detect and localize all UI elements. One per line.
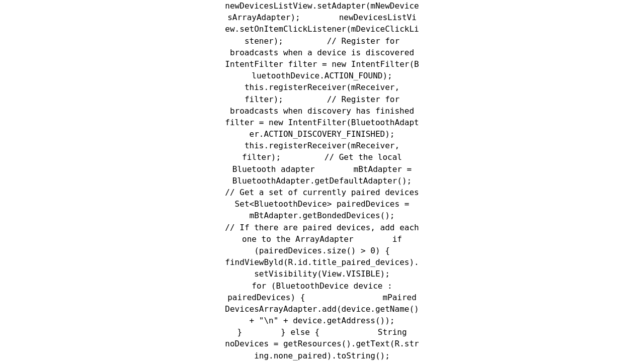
code-line: broadcasts when a device is discovered — [101, 47, 543, 58]
code-line: luetoothDevice.ACTION_FOUND); — [101, 70, 543, 81]
code-line: BluetoothAdapter.getDefaultAdapter(); — [101, 175, 543, 187]
code-line: findViewByld(R.id.title_paired_devices). — [101, 256, 543, 268]
code-line: broadcasts when discovery has finished — [101, 105, 543, 117]
code-line: + "\n" + device.getAddress()); — [101, 315, 543, 326]
code-line: filter = new IntentFilter(BluetoothAdapt — [101, 117, 543, 128]
code-line: for (BluetoothDevice device : — [101, 280, 543, 292]
code-line: Bluetooth adapter mBtAdapter = — [101, 163, 543, 175]
code-line: noDevices = getResources().getText(R.str — [101, 338, 543, 349]
code-line: ew.setOnItemClickListener(mDeviceClickLi — [101, 23, 543, 35]
code-line: newDevicesListView.setAdapter(mNewDevice — [101, 0, 543, 12]
code-line: er.ACTION_DISCOVERY_FINISHED); — [101, 128, 543, 140]
code-line: this.registerReceiver(mReceiver, — [101, 140, 543, 151]
code-line: // Get a set of currently paired devices — [101, 187, 543, 198]
code-line: filter); // Register for — [101, 94, 543, 105]
code-display: newDevicesListView.setAdapter(mNewDevice… — [0, 0, 644, 362]
code-line: one to the ArrayAdapter if — [101, 233, 543, 245]
code-line: pairedDevices) { mPaired — [101, 292, 543, 303]
code-line: ing.none_paired).toString(); — [101, 350, 543, 361]
code-line: filter); // Get the local — [101, 151, 543, 163]
code-line: this.registerReceiver(mReceiver, — [101, 81, 543, 93]
code-line: DevicesArrayAdapter.add(device.getName() — [101, 303, 543, 315]
code-line: mBtAdapter.getBondedDevices(); — [101, 210, 543, 221]
code-line: sArrayAdapter); newDevicesListVi — [101, 12, 543, 23]
code-line: Set<BluetoothDevice> pairedDevices = — [101, 198, 543, 210]
code-line: (pairedDevices.size() > 0) { — [101, 245, 543, 256]
code-line: setVisibility(View.VISIBLE); — [101, 268, 543, 280]
code-line: IntentFilter filter = new IntentFilter(B — [101, 58, 543, 70]
code-line: // If there are paired devices, add each — [101, 222, 543, 233]
code-line: } } else { String — [101, 326, 543, 338]
code-line: stener); // Register for — [101, 35, 543, 47]
